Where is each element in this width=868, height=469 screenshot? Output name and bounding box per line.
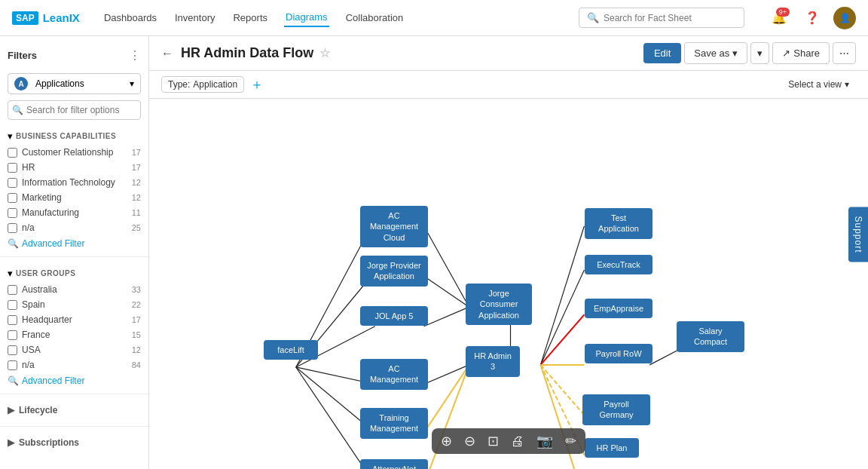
zoom-in-button[interactable]: ⊕	[441, 433, 452, 449]
filter-australia-label: Australia	[22, 284, 127, 295]
business-cap-title: Business Capabilities	[16, 132, 116, 140]
filter-hr-count: 17	[132, 163, 141, 172]
node-payroll-germany[interactable]: Payroll Germany	[582, 394, 650, 425]
filter-spain-checkbox[interactable]	[8, 300, 17, 310]
filter-na-bc-checkbox[interactable]	[8, 223, 17, 233]
logo[interactable]: SAP LeanIX	[12, 11, 80, 25]
lifecycle-chevron: ▶	[8, 405, 14, 415]
print-button[interactable]: 🖨	[511, 434, 524, 449]
filter-search: 🔍	[8, 100, 141, 120]
save-as-dropdown-button[interactable]: ▾	[750, 42, 769, 64]
filter-na-bc-label: n/a	[22, 222, 127, 233]
nav-inventory[interactable]: Inventory	[173, 9, 216, 26]
main-layout: Filters ⋮ A Applications ▾ 🔍 ▾ Business …	[0, 36, 868, 469]
filter-hr-checkbox[interactable]	[8, 163, 17, 173]
share-label: Share	[793, 48, 820, 59]
svg-line-14	[540, 270, 584, 365]
advanced-filter-bc[interactable]: 🔍 Advanced Filter	[0, 235, 148, 252]
filter-type-key: Type:	[168, 79, 190, 90]
nav-diagrams[interactable]: Diagrams	[284, 8, 329, 27]
node-attorneynet[interactable]: AttorneyNet	[360, 459, 428, 469]
node-jorge-consumer[interactable]: Jorge Consumer Application	[466, 284, 532, 325]
node-jol-app5[interactable]: JOL App 5	[360, 306, 428, 326]
add-filter-button[interactable]: ＋	[250, 75, 264, 93]
svg-line-10	[424, 365, 469, 433]
filter-australia-checkbox[interactable]	[8, 285, 17, 295]
share-button[interactable]: ↗ Share	[772, 42, 830, 64]
filter-customer-relationship-checkbox[interactable]	[8, 148, 17, 158]
subscriptions-chevron: ▶	[8, 437, 14, 448]
node-executrackk[interactable]: ExecuTrack	[585, 255, 653, 274]
filter-france-checkbox[interactable]	[8, 330, 17, 340]
filter-search-input[interactable]	[8, 100, 141, 120]
nav-icons: 🔔 9+ ❓ 👤	[767, 6, 856, 30]
lifecycle-label: Lifecycle	[19, 405, 57, 415]
fit-button[interactable]: ⊡	[487, 433, 499, 449]
filter-australia-count: 33	[132, 285, 141, 294]
zoom-out-button[interactable]: ⊖	[464, 433, 475, 449]
node-empappraise[interactable]: EmpAppraise	[585, 299, 653, 318]
filter-information-technology: Information Technology 12	[0, 175, 148, 190]
filter-usa-label: USA	[22, 345, 127, 355]
filter-headquarter-checkbox[interactable]	[8, 315, 17, 325]
edit-tool-button[interactable]: ✏	[565, 433, 576, 449]
filter-manufacturing: Manufacturing 11	[0, 205, 148, 220]
filter-manufacturing-checkbox[interactable]	[8, 208, 17, 218]
filter-type-badge: A	[14, 77, 28, 90]
filter-headquarter: Headquarter 17	[0, 312, 148, 327]
edit-button[interactable]: Edit	[643, 43, 681, 63]
favorite-icon[interactable]: ☆	[319, 46, 330, 60]
node-hr-plan[interactable]: HR Plan	[585, 438, 639, 458]
top-navigation: SAP LeanIX Dashboards Inventory Reports …	[0, 0, 868, 36]
node-ac-mgmt-cloud[interactable]: AC Management Cloud	[360, 206, 428, 247]
save-as-chevron: ▾	[732, 48, 738, 59]
filter-na-ug-checkbox[interactable]	[8, 360, 17, 370]
node-test-app[interactable]: Test Application	[585, 208, 653, 239]
filter-na-ug: n/a 84	[0, 357, 148, 372]
filter-type-selector[interactable]: A Applications ▾	[8, 73, 141, 94]
screenshot-button[interactable]: 📷	[536, 433, 553, 449]
search-box[interactable]: 🔍	[579, 8, 744, 28]
diagram-bottom-toolbar: ⊕ ⊖ ⊡ 🖨 📷 ✏	[432, 428, 585, 454]
filter-spain: Spain 22	[0, 297, 148, 312]
notifications-button[interactable]: 🔔 9+	[767, 6, 791, 30]
node-hr-admin3[interactable]: HR Admin 3	[466, 346, 520, 377]
view-selector[interactable]: Select a view ▾	[781, 76, 856, 93]
more-actions-button[interactable]: ⋯	[833, 42, 856, 64]
nav-collaboration[interactable]: Collaboration	[344, 9, 405, 26]
diagram-canvas[interactable]: faceLift AC Management Cloud Jorge Provi…	[149, 99, 868, 469]
filter-information-technology-checkbox[interactable]	[8, 178, 17, 188]
filter-usa-checkbox[interactable]	[8, 345, 17, 355]
filter-customer-relationship-label: Customer Relationship	[22, 147, 127, 158]
node-payroll-row[interactable]: Payroll RoW	[585, 344, 653, 363]
divider-1	[0, 256, 148, 257]
svg-line-8	[424, 226, 469, 307]
user-groups-title: User Groups	[16, 269, 75, 277]
search-input[interactable]	[604, 13, 736, 23]
support-tab[interactable]: Support	[848, 207, 868, 262]
node-ac-mgmt[interactable]: AC Management	[360, 359, 428, 390]
filters-menu-icon[interactable]: ⋮	[129, 48, 141, 63]
help-button[interactable]: ❓	[800, 6, 824, 30]
back-button[interactable]: ←	[161, 47, 173, 60]
user-groups-chevron[interactable]: ▾	[8, 268, 13, 279]
node-salary-compact[interactable]: Salary Compact	[677, 321, 744, 352]
lifecycle-section[interactable]: ▶ Lifecycle	[0, 399, 148, 421]
diagram-title: HR Admin Data Flow	[181, 45, 313, 61]
nav-dashboards[interactable]: Dashboards	[102, 9, 158, 26]
subscriptions-section[interactable]: ▶ Subscriptions	[0, 431, 148, 454]
advanced-filter-ug[interactable]: 🔍 Advanced Filter	[0, 372, 148, 389]
node-training-mgmt[interactable]: Training Management	[360, 408, 428, 439]
user-avatar[interactable]: 👤	[833, 7, 856, 29]
node-jorge-provider[interactable]: Jorge Provider Application	[360, 256, 428, 287]
filter-marketing-checkbox[interactable]	[8, 193, 17, 203]
advanced-filter-bc-label: Advanced Filter	[22, 238, 84, 249]
node-facelift[interactable]: faceLift	[264, 340, 318, 360]
filters-title: Filters	[8, 50, 37, 61]
business-cap-chevron[interactable]: ▾	[8, 130, 13, 142]
save-as-button[interactable]: Save as ▾	[684, 42, 747, 64]
filter-spain-count: 22	[132, 300, 141, 309]
svg-line-9	[424, 365, 469, 385]
nav-reports[interactable]: Reports	[231, 9, 269, 26]
filter-france-count: 15	[132, 330, 141, 339]
